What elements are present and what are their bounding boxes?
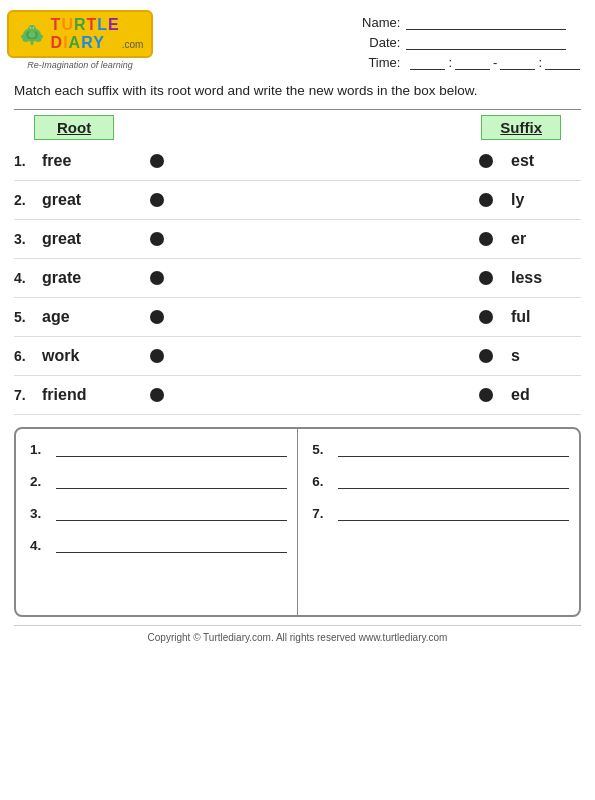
match-row: 2. great ly [14, 181, 581, 220]
time-input-3[interactable] [500, 54, 535, 70]
answer-item: 2. [30, 471, 287, 489]
answer-input[interactable] [338, 471, 569, 489]
answer-num: 2. [30, 474, 50, 489]
form-fields: Name: Date: Time: : - : [355, 10, 580, 70]
time-colon-2: : [538, 55, 542, 70]
suffix-word: less [511, 269, 581, 287]
dot-icon [150, 193, 164, 207]
dot-right [461, 154, 511, 168]
dot-icon [479, 271, 493, 285]
dot-icon [479, 154, 493, 168]
svg-point-14 [30, 39, 33, 45]
footer: Copyright © Turtlediary.com. All rights … [14, 625, 581, 651]
match-row: 5. age ful [14, 298, 581, 337]
time-label: Time: [355, 55, 400, 70]
time-input-1[interactable] [410, 54, 445, 70]
turtle-icon [17, 22, 47, 46]
tagline: Re-Imagination of learning [27, 60, 133, 70]
root-word: free [42, 152, 132, 170]
time-input-2[interactable] [455, 54, 490, 70]
answer-item: 3. [30, 503, 287, 521]
answer-input[interactable] [338, 503, 569, 521]
dot-icon [150, 232, 164, 246]
answer-item: 6. [312, 471, 569, 489]
match-row: 7. friend ed [14, 376, 581, 415]
root-word: great [42, 191, 132, 209]
answer-input[interactable] [56, 439, 287, 457]
dot-right [461, 271, 511, 285]
dot-right [461, 193, 511, 207]
answer-box: 1. 2. 3. 4. 5. 6. 7. [14, 427, 581, 617]
answer-item: 4. [30, 535, 287, 553]
svg-point-9 [28, 25, 36, 33]
logo-text: TURTLE DIARY .com [51, 16, 144, 52]
dot-icon [150, 310, 164, 324]
row-num: 2. [14, 192, 42, 208]
answer-input[interactable] [338, 439, 569, 457]
dot-left [132, 232, 182, 246]
suffix-header: Suffix [481, 115, 561, 140]
answer-item: 7. [312, 503, 569, 521]
logo-box: TURTLE DIARY .com [7, 10, 154, 58]
suffix-word: er [511, 230, 581, 248]
row-num: 1. [14, 153, 42, 169]
dot-right [461, 310, 511, 324]
com-text: .com [122, 39, 144, 50]
svg-point-4 [28, 32, 36, 38]
dot-left [132, 271, 182, 285]
dot-left [132, 310, 182, 324]
row-num: 7. [14, 387, 42, 403]
match-row: 6. work s [14, 337, 581, 376]
answer-num: 1. [30, 442, 50, 457]
match-row: 1. free est [14, 142, 581, 181]
answer-item: 5. [312, 439, 569, 457]
match-row: 3. great er [14, 220, 581, 259]
time-row: Time: : - : [355, 54, 580, 70]
date-input[interactable] [406, 34, 566, 50]
row-num: 6. [14, 348, 42, 364]
answer-input[interactable] [56, 503, 287, 521]
time-input-4[interactable] [545, 54, 580, 70]
answer-num: 4. [30, 538, 50, 553]
col-headers: Root Suffix [14, 115, 581, 140]
date-row: Date: [355, 34, 580, 50]
root-word: grate [42, 269, 132, 287]
answer-num: 6. [312, 474, 332, 489]
matching-area: Root Suffix 1. free est 2. great ly 3. g… [0, 110, 595, 625]
dot-icon [479, 232, 493, 246]
time-dash: - [493, 55, 497, 70]
time-colon-1: : [448, 55, 452, 70]
dot-right [461, 232, 511, 246]
suffix-word: est [511, 152, 581, 170]
svg-point-12 [30, 28, 31, 29]
suffix-word: ed [511, 386, 581, 404]
dot-icon [150, 349, 164, 363]
answer-input[interactable] [56, 471, 287, 489]
answer-num: 7. [312, 506, 332, 521]
dot-icon [479, 349, 493, 363]
logo-area: TURTLE DIARY .com Re-Imagination of lear… [10, 10, 150, 70]
name-label: Name: [355, 15, 400, 30]
answer-num: 5. [312, 442, 332, 457]
match-row: 4. grate less [14, 259, 581, 298]
row-num: 5. [14, 309, 42, 325]
dot-left [132, 193, 182, 207]
suffix-word: ly [511, 191, 581, 209]
dot-icon [150, 154, 164, 168]
row-num: 4. [14, 270, 42, 286]
answer-input[interactable] [56, 535, 287, 553]
dot-right [461, 388, 511, 402]
svg-point-13 [33, 28, 34, 29]
dot-icon [479, 388, 493, 402]
name-input[interactable] [406, 14, 566, 30]
row-num: 3. [14, 231, 42, 247]
answer-col-right: 5. 6. 7. [298, 429, 579, 615]
root-word: age [42, 308, 132, 326]
dot-icon [150, 271, 164, 285]
suffix-word: s [511, 347, 581, 365]
dot-left [132, 388, 182, 402]
instructions: Match each suffix with its root word and… [0, 75, 595, 109]
root-word: work [42, 347, 132, 365]
dot-icon [479, 193, 493, 207]
date-label: Date: [355, 35, 400, 50]
